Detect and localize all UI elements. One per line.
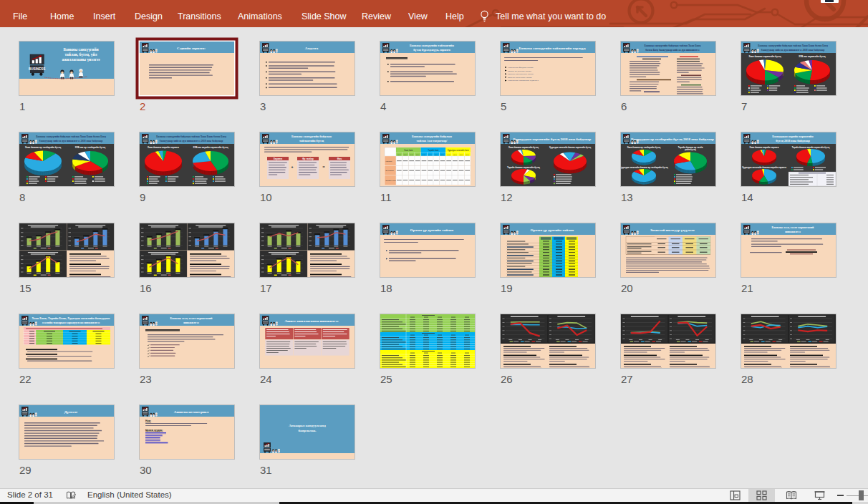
svg-text:Ашигласан материал: Ашигласан материал — [174, 410, 209, 414]
slide-thumbnail-21[interactable]: Банкны зээл, зээлт хөрөнгөнийшинжилгээ — [741, 223, 836, 277]
slide-thumbnail-26[interactable] — [501, 314, 595, 368]
slide-thumbnail-14[interactable]: Банкуудын өөрийн хөрөнгийнбүтэц 2018 оны… — [741, 132, 836, 186]
ribbon-tab-home[interactable]: Home — [50, 5, 74, 27]
slide-thumbnail-6[interactable]: Банкны санхүүгийн байдлын тайлан Хаан Ба… — [621, 42, 715, 95]
slide-sorter-view-button[interactable] — [748, 489, 775, 502]
slide-thumbnail-13[interactable]: Банкуудын өр төлбөрийн бүтэц 2018 оны ба… — [621, 132, 715, 186]
slide-thumbnail-17[interactable] — [260, 223, 355, 277]
slide-thumbnail-15[interactable] — [19, 223, 114, 277]
ribbon-tab-transitions[interactable]: Transitions — [178, 5, 221, 27]
svg-text:Хөрөнгө: Хөрөнгө — [385, 160, 392, 163]
slide-cell-6: Банкны санхүүгийн байдлын тайлан Хаан Ба… — [621, 42, 715, 112]
slide-number-17: 17 — [260, 282, 355, 294]
slide-thumbnail-12[interactable]: Банкуудын хөрөнгийн бүтэц 2018 оны байдл… — [501, 132, 595, 186]
svg-text:Худалдаа хөгжлийн банкны хөрөн: Худалдаа хөгжлийн банкны хөрөнгийн бүтэц — [549, 146, 592, 149]
slide-thumbnail-22[interactable]: Хаан Банк, Төрийн Банк, Худалдаа хөгжлий… — [19, 314, 114, 368]
slide-thumbnail-27[interactable] — [621, 314, 715, 368]
svg-text:тайлан /сая төгрөгөөр/: тайлан /сая төгрөгөөр/ — [416, 139, 448, 142]
svg-text:Мөнгөн гүйлгээний тайлан: Мөнгөн гүйлгээний тайлан — [508, 76, 532, 79]
slide-number-28: 28 — [741, 373, 836, 385]
svg-text:болон Богд банкуудаар хийсэн д: болон Богд банкуудаар хийсэн дүн шинжилг… — [645, 49, 700, 52]
tell-me-box[interactable]: Tell me what you want to do — [496, 11, 606, 21]
slide-thumbnail-11[interactable]: Банкны санхүүгийн байдлынтайлан /сая төг… — [380, 132, 475, 186]
reading-view-button[interactable] — [778, 489, 804, 502]
slide-cell-13: Банкуудын өр төлбөрийн бүтэц 2018 оны ба… — [621, 132, 715, 203]
ribbon-tab-insert[interactable]: Insert — [93, 5, 115, 27]
slide-thumbnail-9[interactable]: Банкны санхүүгийн байдлын тайлан Хаан Ба… — [140, 132, 234, 186]
svg-text:шинжилгээ: шинжилгээ — [785, 230, 801, 233]
slide-cell-7: Банкны санхүүгийн байдлын тайлан Хаан Ба… — [741, 42, 836, 112]
slide-number-12: 12 — [501, 191, 595, 203]
svg-text:2016: 2016 — [397, 154, 402, 155]
slide-number-22: 22 — [19, 373, 114, 385]
ribbon-tab-design[interactable]: Design — [135, 5, 163, 27]
normal-view-button[interactable] — [722, 489, 748, 502]
svg-text:Банкны зээл, зээлт хөрөнгөний: Банкны зээл, зээлт хөрөнгөний — [170, 316, 213, 320]
slide-show-view-button[interactable] — [806, 489, 833, 502]
ribbon-tab-animations[interactable]: Animations — [238, 5, 282, 27]
ribbon-tab-view[interactable]: View — [408, 5, 428, 27]
slide-number-14: 14 — [741, 191, 836, 203]
proofing-errors-icon[interactable] — [66, 490, 76, 500]
slide-sorter-canvas: Банкны санхүүгийнтайлан, бүтэц, үйлажилл… — [0, 27, 868, 488]
svg-text:Банкны зээл, зээлт хөрөнгөний: Банкны зээл, зээлт хөрөнгөний — [771, 226, 814, 229]
slide-thumbnail-23[interactable]: Банкны зээл, зээлт хөрөнгөнийшинжилгээ — [140, 314, 234, 368]
svg-text:Банкны санхүүгийн байдлын тайл: Банкны санхүүгийн байдлын тайлан Хаан Ба… — [36, 135, 106, 138]
svg-text:Санхүүгийн тайлангийн тодруулг: Санхүүгийн тайлангийн тодруулга — [508, 79, 539, 82]
slide-number-20: 20 — [621, 282, 715, 294]
zoom-slider-track[interactable] — [847, 495, 868, 497]
slide-thumbnail-30[interactable]: Ашигласан материалНом:Цахим хуудас: — [140, 405, 234, 459]
slide-cell-24: Ашигт ажиллагааны шинжилгээ24 — [260, 314, 355, 385]
slide-thumbnail-1[interactable]: Банкны санхүүгийнтайлан, бүтэц, үйлажилл… — [19, 42, 114, 95]
slide-number-9: 9 — [140, 191, 234, 203]
slide-thumbnail-29[interactable]: Дүгнэлт — [19, 405, 114, 459]
svg-text:2018: 2018 — [435, 154, 439, 155]
svg-text:Банкны санхүүгийн тайлангийн т: Банкны санхүүгийн тайлангийн төрлүүд — [519, 47, 586, 50]
slide-thumbnail-20[interactable]: Зохистой шалгуур үзүүлэлт — [621, 223, 715, 277]
slide-cell-30: Ашигласан материалНом:Цахим хуудас:30 — [140, 405, 234, 476]
slide-cell-23: Банкны зээл, зээлт хөрөнгөнийшинжилгээ23 — [140, 314, 234, 385]
slide-thumbnail-2[interactable]: Сэдвийн зорилго: — [140, 42, 234, 95]
svg-text:2016: 2016 — [423, 154, 427, 155]
svg-text:шинжилгээ: шинжилгээ — [183, 321, 199, 324]
ribbon-tab-slide-show[interactable]: Slide Show — [302, 5, 347, 27]
ribbon-tabs: FileHomeInsertDesignTransitionsAnimation… — [0, 0, 868, 27]
language-indicator[interactable]: English (United States) — [87, 490, 172, 499]
slide-thumbnail-7[interactable]: Банкны санхүүгийн байдлын тайлан Хаан Ба… — [741, 42, 836, 95]
slide-number-7: 7 — [741, 100, 836, 112]
zoom-slider-handle[interactable] — [859, 490, 864, 500]
svg-text:Банкуудын өр төлбөрийн бүтэц 2: Банкуудын өр төлбөрийн бүтэц 2018 оны ба… — [631, 137, 714, 141]
svg-text:ХХБ-ны өөрийн хөрөнгийн бүтэц: ХХБ-ны өөрийн хөрөнгийн бүтэц — [193, 146, 228, 149]
svg-text:Сэдвийн зорилго:: Сэдвийн зорилго: — [177, 47, 206, 50]
svg-text:Төрийн банкны хөрөнгийн бүтэц: Төрийн банкны хөрөнгийн бүтэц — [507, 166, 540, 169]
slide-thumbnail-3[interactable]: Агуулга — [260, 42, 355, 95]
svg-text:Хаан банкны өр төлбөрийн бүтэц: Хаан банкны өр төлбөрийн бүтэц — [25, 146, 61, 149]
slide-cell-3: Агуулга3 — [260, 42, 355, 112]
window-control-icon[interactable] — [821, 0, 839, 3]
slide-thumbnail-18[interactable]: Орлого үр дүнгийн тайлан — [380, 223, 475, 277]
slide-thumbnail-16[interactable] — [140, 223, 234, 277]
slide-thumbnail-24[interactable]: Ашигт ажиллагааны шинжилгээ — [260, 314, 355, 368]
ribbon-tab-file[interactable]: File — [13, 5, 27, 27]
ribbon-tab-help[interactable]: Help — [445, 5, 464, 27]
slide-thumbnail-8[interactable]: Банкны санхүүгийн байдлын тайлан Хаан Ба… — [19, 132, 114, 186]
svg-text:Банкны санхүүгийн тайлангийн: Банкны санхүүгийн тайлангийн — [410, 44, 454, 47]
slide-cell-15: 15 — [19, 223, 114, 294]
slide-thumbnail-5[interactable]: Банкны санхүүгийн тайлангийн төрлүүдСанх… — [501, 42, 595, 95]
slide-cell-21: Банкны зээл, зээлт хөрөнгөнийшинжилгээ21 — [741, 223, 836, 294]
svg-text:Хаан банкны хөрөнгийн бүтэц: Хаан банкны хөрөнгийн бүтэц — [748, 55, 781, 58]
ribbon-bar: FileHomeInsertDesignTransitionsAnimation… — [0, 0, 868, 27]
zoom-out-button[interactable] — [835, 489, 845, 502]
slide-thumbnail-28[interactable] — [741, 314, 836, 368]
slide-thumbnail-19[interactable]: Орлого үр дүнгийн тайлан — [501, 223, 595, 277]
slide-number-5: 5 — [501, 100, 595, 112]
svg-text:Банкуудын өөрийн хөрөнгийн: Банкуудын өөрийн хөрөнгийн — [772, 135, 814, 138]
slide-thumbnail-31[interactable]: Анхаарал хандуулсандбаярлалаа. — [260, 405, 355, 459]
slide-cell-4: Банкны санхүүгийн тайлангийнбүтэц бүрэлд… — [380, 42, 475, 112]
slide-number-16: 16 — [140, 282, 234, 294]
slide-thumbnail-25[interactable] — [380, 314, 475, 368]
ribbon-tab-review[interactable]: Review — [362, 5, 391, 27]
svg-text:2017: 2017 — [428, 154, 433, 155]
slide-thumbnail-4[interactable]: Банкны санхүүгийн тайлангийнбүтэц бүрэлд… — [380, 42, 475, 95]
slide-thumbnail-10[interactable]: Банкны санхүүгийн байдлынтайлангийн бүтэ… — [260, 132, 355, 186]
